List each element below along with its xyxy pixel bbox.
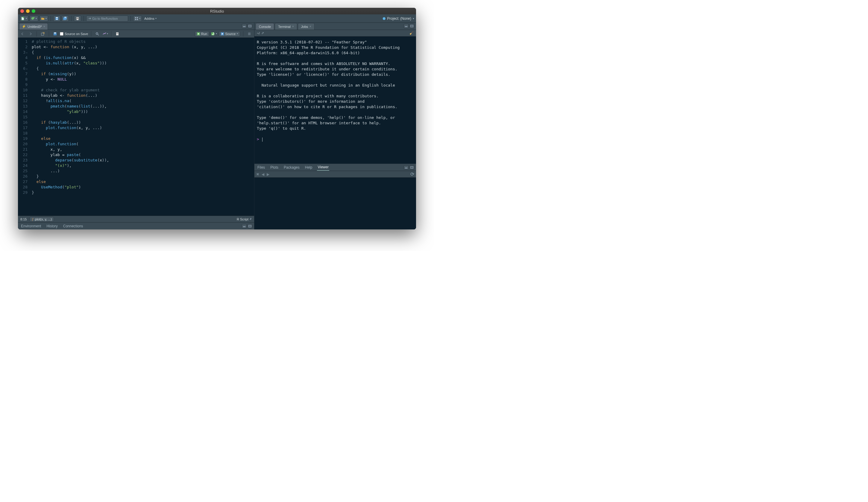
svg-rect-35: [243, 227, 246, 227]
source-arrow-icon: [221, 32, 224, 36]
source-button[interactable]: Source ▾: [219, 31, 240, 37]
nav-back-button[interactable]: [20, 31, 26, 37]
save-button[interactable]: [53, 16, 61, 22]
tab-viewer[interactable]: Viewer: [317, 164, 329, 171]
source-editor[interactable]: 1234567891011121314151617181920212223242…: [18, 38, 254, 215]
tab-files[interactable]: Files: [257, 164, 266, 170]
source-statusbar: 8:15 ƒ plot(x, y, ...) R Script ⇵: [18, 215, 254, 222]
tab-plots[interactable]: Plots: [270, 164, 279, 170]
tab-packages[interactable]: Packages: [283, 164, 300, 170]
save-all-button[interactable]: [62, 16, 69, 22]
env-tab-environment[interactable]: Environment: [20, 223, 42, 229]
language-selector[interactable]: R Script ⇵: [237, 218, 252, 221]
right-column: ConsoleTerminal×Jobs× ~/ ⇗ 🧹 R version 3…: [255, 23, 416, 229]
viewer-tabs: FilesPlotsPackagesHelpViewer: [255, 164, 416, 171]
svg-rect-15: [137, 17, 138, 18]
viewer-toolbar: ✖ ◀ ▶ ⟳: [255, 171, 416, 178]
svg-rect-18: [243, 26, 246, 27]
open-file-button[interactable]: [40, 16, 48, 22]
tab-terminal[interactable]: Terminal×: [275, 23, 297, 30]
svg-rect-7: [56, 19, 58, 20]
svg-rect-37: [405, 26, 407, 27]
addins-menu[interactable]: Addins: [143, 16, 158, 22]
svg-rect-17: [137, 19, 138, 20]
source-tab-label: Untitled3*: [28, 25, 42, 29]
maximize-viewer-pane-button[interactable]: [410, 165, 414, 170]
source-tabbar: ⚡ Untitled3* ×: [18, 23, 254, 30]
tab-help[interactable]: Help: [304, 164, 313, 170]
goto-placeholder: Go to file/function: [92, 17, 118, 20]
source-toolbar: Source on Save ▾ Run ▾ Source ▾: [18, 30, 254, 38]
viewer-pane: FilesPlotsPackagesHelpViewer ✖ ◀ ▶ ⟳: [255, 163, 416, 229]
viewer-forward-icon[interactable]: ▶: [267, 172, 269, 177]
code-area[interactable]: # plotting of R objectsplot <- function …: [30, 38, 254, 215]
r-file-icon: ⚡: [22, 24, 26, 29]
tab-console[interactable]: Console: [256, 23, 274, 30]
viewer-refresh-icon[interactable]: ⟳: [410, 171, 414, 177]
console-path: ~/: [257, 31, 259, 35]
maximize-pane-button[interactable]: [248, 24, 252, 28]
run-button[interactable]: Run: [195, 31, 209, 37]
project-menu[interactable]: ⬢ Project: (None) ▾: [383, 17, 414, 21]
svg-point-23: [96, 33, 98, 34]
svg-rect-10: [65, 17, 66, 18]
print-button[interactable]: [74, 16, 81, 22]
close-tab-icon[interactable]: ×: [43, 25, 45, 28]
viewer-content: [255, 178, 416, 229]
console-text: R version 3.5.1 (2018-07-02) -- "Feather…: [257, 40, 400, 131]
find-button[interactable]: [94, 31, 100, 37]
popout-console-icon[interactable]: ⇗: [261, 31, 264, 35]
pane-layout-button[interactable]: [133, 16, 142, 22]
console-path-bar: ~/ ⇗ 🧹: [255, 30, 416, 37]
goto-arrow-icon: ➜: [88, 17, 91, 20]
svg-rect-6: [56, 17, 58, 18]
source-tab-untitled3[interactable]: ⚡ Untitled3* ×: [19, 23, 48, 30]
source-on-save-checkbox[interactable]: Source on Save: [60, 32, 88, 36]
line-gutter: 1234567891011121314151617181920212223242…: [18, 38, 30, 215]
function-scope[interactable]: ƒ plot(x, y, ...): [30, 217, 54, 222]
outline-button[interactable]: [246, 31, 252, 37]
titlebar: RStudio: [18, 8, 416, 14]
viewer-remove-icon[interactable]: ✖: [256, 172, 259, 177]
minimize-viewer-pane-button[interactable]: [404, 165, 409, 170]
minimize-pane-button[interactable]: [242, 24, 247, 28]
rerun-button[interactable]: ▾: [211, 31, 217, 37]
svg-rect-28: [116, 33, 118, 34]
svg-rect-14: [135, 17, 136, 18]
show-in-new-window-button[interactable]: [40, 31, 46, 37]
svg-rect-36: [249, 225, 251, 227]
rstudio-window: RStudio + + ➜ Go to file/function Addins…: [18, 8, 416, 229]
nav-forward-button[interactable]: [28, 31, 33, 37]
env-tab-history[interactable]: History: [46, 223, 58, 229]
maximize-console-pane-button[interactable]: [410, 24, 414, 28]
code-tools-button[interactable]: ▾: [102, 31, 108, 37]
minimize-env-pane-button[interactable]: [242, 224, 247, 228]
project-label: Project: (None): [387, 17, 411, 21]
console-tabbar: ConsoleTerminal×Jobs×: [255, 23, 416, 30]
svg-rect-16: [135, 19, 136, 20]
viewer-back-icon[interactable]: ◀: [261, 172, 264, 177]
svg-rect-39: [405, 168, 407, 168]
window-title: RStudio: [18, 9, 416, 13]
env-tab-connections[interactable]: Connections: [63, 223, 84, 229]
maximize-env-pane-button[interactable]: [248, 224, 252, 228]
function-icon: ƒ: [32, 218, 33, 221]
compile-report-button[interactable]: [114, 31, 120, 37]
tab-jobs[interactable]: Jobs×: [298, 23, 314, 30]
new-file-button[interactable]: +: [20, 16, 29, 22]
left-column: ⚡ Untitled3* × Source on: [18, 23, 255, 229]
svg-rect-40: [411, 167, 413, 168]
new-project-button[interactable]: +: [30, 16, 38, 22]
console-output[interactable]: R version 3.5.1 (2018-07-02) -- "Feather…: [255, 37, 416, 163]
svg-point-25: [105, 33, 106, 33]
minimize-console-pane-button[interactable]: [404, 24, 409, 28]
cursor-position: 8:15: [20, 218, 27, 221]
clear-console-button[interactable]: 🧹: [410, 31, 414, 35]
svg-rect-13: [76, 19, 79, 20]
env-pane-tabs: EnvironmentHistoryConnections: [18, 222, 254, 229]
global-toolbar: + + ➜ Go to file/function Addins ⬢ Proje…: [18, 14, 416, 23]
project-cube-icon: ⬢: [383, 17, 385, 21]
goto-file-function[interactable]: ➜ Go to file/function: [86, 16, 128, 22]
svg-rect-11: [76, 17, 79, 18]
save-source-button[interactable]: [52, 31, 58, 37]
